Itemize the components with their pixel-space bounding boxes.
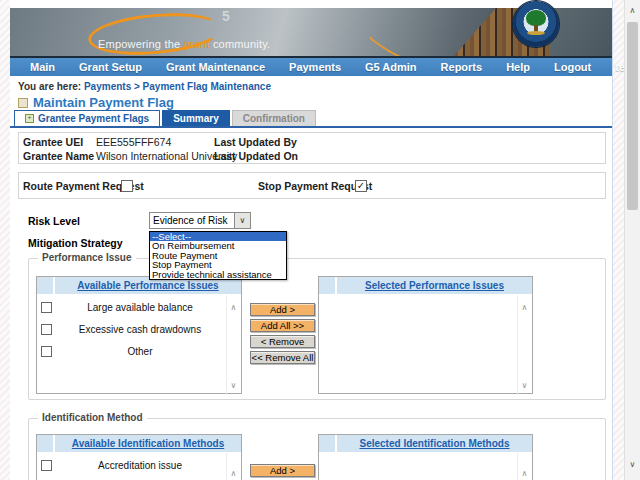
seal-ground-icon xyxy=(527,31,545,35)
checkbox-column-header xyxy=(37,435,55,452)
route-payment-request-checkbox[interactable] xyxy=(121,180,133,192)
performance-issue-legend: Performance Issue xyxy=(38,252,136,263)
add-button[interactable]: Add > xyxy=(250,464,315,477)
breadcrumb: You are here: Payments > Payment Flag Ma… xyxy=(18,81,271,92)
available-performance-issues-list: Available Performance Issues Large avail… xyxy=(36,276,242,394)
available-performance-issues-body: Large available balance Excessive cash d… xyxy=(37,295,241,395)
tab-summary[interactable]: Summary xyxy=(162,110,230,126)
nav-item-help[interactable]: Help xyxy=(494,61,542,73)
selected-performance-issues-header: Selected Performance Issues xyxy=(319,277,532,295)
risk-level-label: Risk Level xyxy=(28,215,80,227)
selected-identification-methods-list: Selected Identification Methods ∧ xyxy=(318,434,533,480)
scrollbar-down-icon[interactable]: ∨ xyxy=(625,458,640,472)
checkbox-column-header xyxy=(319,277,337,294)
selected-identification-methods-body: ∧ xyxy=(319,453,532,480)
item-label: Excessive cash drawdowns xyxy=(55,324,225,335)
seal-tree-icon xyxy=(526,10,546,26)
risk-level-selected-value: Evidence of Risk xyxy=(150,215,234,226)
title-row: Maintain Payment Flag xyxy=(18,95,174,110)
scroll-down-icon[interactable]: ∨ xyxy=(227,381,240,390)
list-scrollbar[interactable]: ∧ xyxy=(517,453,531,480)
nav-item-grant-maintenance[interactable]: Grant Maintenance xyxy=(154,61,277,73)
list-scrollbar[interactable]: ∧ xyxy=(226,453,240,480)
nav-item-grant-setup[interactable]: Grant Setup xyxy=(67,61,154,73)
browser-viewport: 5 Empowering the grant community. Main G… xyxy=(0,0,640,480)
nav-item-g5-admin[interactable]: G5 Admin xyxy=(353,61,429,73)
list-scrollbar[interactable]: ∧ ∨ xyxy=(226,295,240,395)
identification-method-legend: Identification Method xyxy=(38,412,147,423)
item-checkbox[interactable] xyxy=(41,324,52,335)
tagline: Empowering the grant community. xyxy=(98,38,270,50)
dropdown-option-provide-technical-assistance[interactable]: Provide technical assistance xyxy=(150,270,286,279)
scroll-down-icon[interactable]: ∨ xyxy=(518,381,531,390)
scrollbar-up-icon[interactable]: ∧ xyxy=(625,4,640,18)
add-all-button[interactable]: Add All >> xyxy=(250,319,315,332)
page-title-icon xyxy=(18,98,28,108)
tagline-highlight: grant xyxy=(184,38,210,50)
selected-performance-issues-list: Selected Performance Issues ∧ ∨ xyxy=(318,276,533,394)
selected-identification-methods-header: Selected Identification Methods xyxy=(319,435,532,453)
scroll-up-icon[interactable]: ∧ xyxy=(227,303,240,312)
last-updated-by-label: Last Updated By xyxy=(214,135,297,149)
g5-page: 5 Empowering the grant community. Main G… xyxy=(10,0,613,480)
grantee-info-box: Grantee UEI EEE555FFF674 Last Updated By… xyxy=(18,132,606,164)
payment-flags-box: Route Payment Request Stop Payment Reque… xyxy=(18,172,606,199)
tab-bar: + Grantee Payment Flags Summary Confirma… xyxy=(14,110,318,126)
add-button[interactable]: Add > xyxy=(250,303,315,316)
list-item[interactable]: Large available balance xyxy=(37,299,241,317)
list-item[interactable]: Excessive cash drawdowns xyxy=(37,321,241,339)
grantee-uei-value: EEE555FFF674 xyxy=(96,135,171,149)
remove-all-button[interactable]: << Remove All xyxy=(250,351,315,364)
page-title: Maintain Payment Flag xyxy=(33,95,174,110)
item-checkbox[interactable] xyxy=(41,346,52,357)
mitigation-strategy-label: Mitigation Strategy xyxy=(28,237,123,249)
g5-logo-five: 5 xyxy=(222,8,230,24)
tab-confirmation[interactable]: Confirmation xyxy=(232,110,316,126)
mitigation-strategy-open-dropdown: --Select-- On Reimbursement Route Paymen… xyxy=(149,231,287,280)
nav-item-reports[interactable]: Reports xyxy=(429,61,495,73)
last-updated-on-label: Last Updated On xyxy=(214,149,298,163)
tab-plus-icon: + xyxy=(25,114,34,123)
available-identification-methods-body: Accreditation issue Audit Issue ∧ xyxy=(37,453,241,480)
remove-button[interactable]: < Remove xyxy=(250,335,315,348)
tab-grantee-payment-flags[interactable]: + Grantee Payment Flags xyxy=(14,110,160,126)
nav-item-main[interactable]: Main xyxy=(10,61,67,73)
scrollbar-thumb[interactable] xyxy=(627,22,638,210)
scroll-up-icon[interactable]: ∧ xyxy=(518,469,531,478)
checkbox-column-header xyxy=(37,277,55,294)
available-performance-issues-header-link[interactable]: Available Performance Issues xyxy=(55,280,241,291)
tagline-prefix: Empowering the xyxy=(98,38,184,50)
scroll-up-icon[interactable]: ∧ xyxy=(227,469,240,478)
item-label: Other xyxy=(55,346,225,357)
stop-payment-request-checkbox[interactable]: ✓ xyxy=(355,180,367,192)
selected-identification-methods-header-link[interactable]: Selected Identification Methods xyxy=(337,438,532,449)
grantee-name-label: Grantee Name xyxy=(23,149,94,163)
nav-item-payments[interactable]: Payments xyxy=(277,61,353,73)
department-of-education-seal-icon xyxy=(513,1,559,47)
list-item[interactable]: Other xyxy=(37,343,241,361)
selected-performance-issues-header-link[interactable]: Selected Performance Issues xyxy=(337,280,532,291)
item-label: Large available balance xyxy=(55,302,225,313)
grantee-uei-label: Grantee UEI xyxy=(23,135,83,149)
nav-item-logout[interactable]: Logout xyxy=(542,61,603,73)
risk-level-select[interactable]: Evidence of Risk ∨ xyxy=(149,212,251,229)
item-checkbox[interactable] xyxy=(41,302,52,313)
available-identification-methods-list: Available Identification Methods Accredi… xyxy=(36,434,242,480)
item-checkbox[interactable] xyxy=(41,460,52,471)
available-identification-methods-header-link[interactable]: Available Identification Methods xyxy=(55,438,241,449)
item-label: Accreditation issue xyxy=(55,460,225,471)
list-item[interactable]: Accreditation issue xyxy=(37,457,241,475)
grantee-name-row: Grantee Name Wilson International Univer… xyxy=(19,149,605,163)
grantee-uei-row: Grantee UEI EEE555FFF674 Last Updated By xyxy=(19,135,605,149)
breadcrumb-prefix: You are here: xyxy=(18,81,84,92)
main-navbar: Main Grant Setup Grant Maintenance Payme… xyxy=(10,56,612,76)
breadcrumb-path[interactable]: Payments > Payment Flag Maintenance xyxy=(84,81,271,92)
tab-underline xyxy=(10,126,612,128)
select-arrow-icon: ∨ xyxy=(234,213,250,228)
tagline-suffix: community. xyxy=(210,38,271,50)
list-scrollbar[interactable]: ∧ ∨ xyxy=(517,295,531,395)
browser-scrollbar[interactable]: ∧ ∨ xyxy=(624,0,640,480)
scroll-up-icon[interactable]: ∧ xyxy=(518,303,531,312)
available-identification-methods-header: Available Identification Methods xyxy=(37,435,241,453)
tab-grantee-payment-flags-label: Grantee Payment Flags xyxy=(38,111,149,127)
